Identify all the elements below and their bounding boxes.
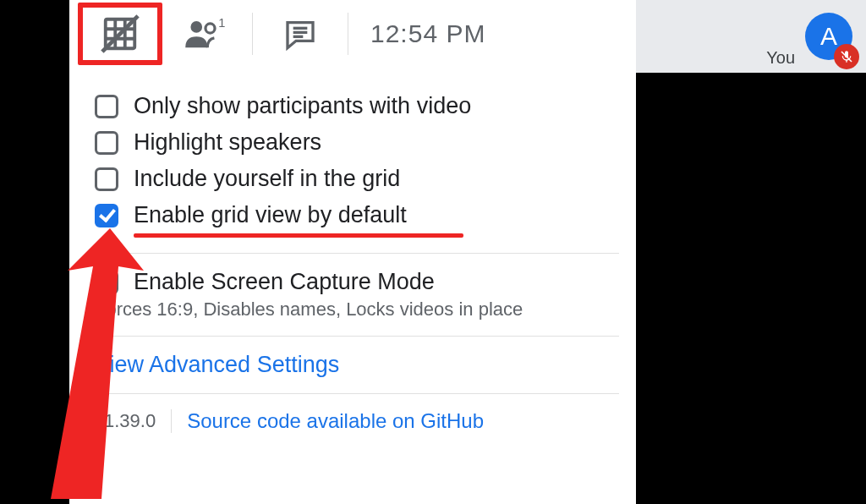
divider [95,336,619,337]
footer: v1.39.0 Source code available on GitHub [95,409,619,433]
option-enable-grid-default[interactable]: Enable grid view by default [95,202,619,228]
topbar: 1 12:54 PM [69,0,636,68]
checkbox[interactable] [95,95,118,118]
svg-point-6 [190,21,202,33]
people-icon: 1 [183,17,227,51]
checkbox[interactable] [95,131,118,155]
checkbox[interactable] [95,271,118,294]
svg-point-7 [206,24,215,33]
option-hint: Forces 16:9, Disables names, Locks video… [95,299,619,320]
divider [95,253,619,254]
github-link[interactable]: Source code available on GitHub [187,409,484,433]
annotation-underline [134,233,463,238]
clock: 12:54 PM [370,19,485,48]
chat-icon [283,17,317,51]
option-only-video[interactable]: Only show participants with video [95,93,619,119]
option-screen-capture[interactable]: Enable Screen Capture Mode [95,269,619,295]
option-label: Enable Screen Capture Mode [134,269,435,295]
chat-button[interactable] [258,3,343,65]
option-label: Enable grid view by default [134,202,407,228]
checkbox[interactable] [95,167,118,191]
option-include-self[interactable]: Include yourself in the grid [95,166,619,192]
grid-off-icon [101,14,140,53]
separator [252,13,253,55]
grid-view-toggle-button[interactable] [78,3,162,65]
divider [95,393,619,394]
option-label: Only show participants with video [134,93,471,119]
option-label: Highlight speakers [134,129,321,156]
you-label: You [766,48,795,68]
mic-off-icon [840,50,853,63]
separator [348,13,348,55]
self-video-tile[interactable]: You A [636,0,866,73]
people-count: 1 [218,17,225,30]
option-label: Include yourself in the grid [134,166,400,192]
grid-settings-panel: 1 12:54 PM Only show participants with v… [69,0,636,504]
checkbox[interactable] [95,204,118,227]
version-label: v1.39.0 [95,410,156,432]
svg-line-5 [102,16,138,52]
option-highlight-speakers[interactable]: Highlight speakers [95,129,619,156]
advanced-settings-link[interactable]: View Advanced Settings [95,352,619,378]
options-list: Only show participants with video Highli… [69,68,636,433]
people-button[interactable]: 1 [162,3,247,65]
mic-muted-badge [834,44,859,69]
separator [171,409,172,433]
